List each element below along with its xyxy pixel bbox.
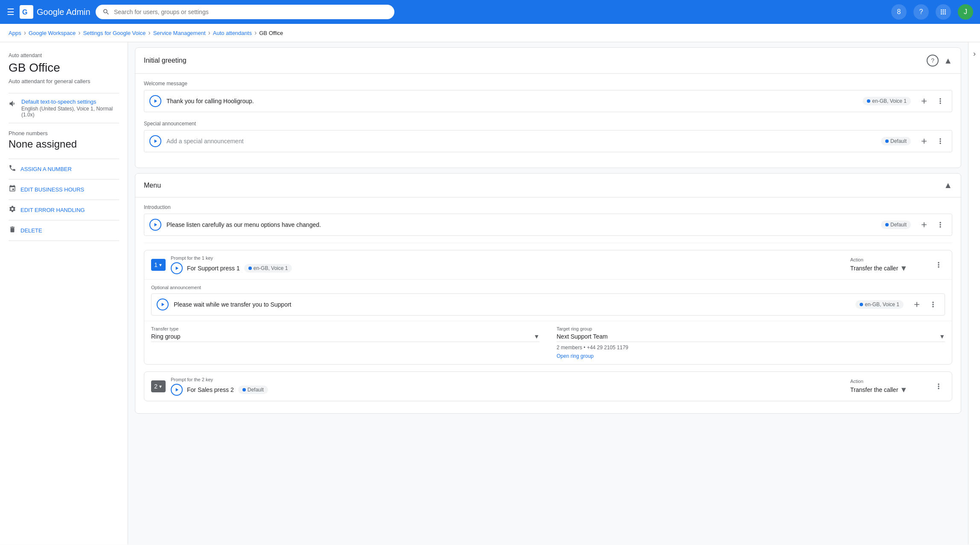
- tts-icon: [9, 99, 17, 110]
- delete-button[interactable]: DELETE: [9, 220, 119, 241]
- chevron-right-icon: [971, 51, 978, 58]
- key-1-voice-badge: en-GB, Voice 1: [244, 264, 292, 272]
- welcome-play-button[interactable]: [149, 95, 161, 107]
- key-1-play-button[interactable]: [171, 262, 183, 274]
- phone-numbers-section: Phone numbers None assigned: [9, 130, 119, 150]
- phone-numbers-value: None assigned: [9, 138, 119, 150]
- volume-icon: [9, 99, 17, 108]
- initial-greeting-header: Initial greeting ? ▲: [135, 48, 961, 74]
- target-ring-group-value: Next Support Team: [557, 333, 936, 340]
- intro-voice-dot: [885, 223, 889, 226]
- target-ring-group-row[interactable]: Next Support Team ▼: [557, 333, 945, 342]
- optional-more-button[interactable]: [927, 298, 939, 311]
- ring-group-info: 2 members • +44 29 2105 1179: [557, 345, 945, 351]
- key-2-play-button[interactable]: [171, 384, 183, 396]
- intro-item: Introduction Please listen carefully as …: [144, 197, 952, 243]
- special-add-button[interactable]: [918, 135, 930, 148]
- apps-grid-icon[interactable]: [936, 4, 951, 20]
- intro-actions: [918, 218, 947, 231]
- key-2-more-button[interactable]: [932, 380, 945, 393]
- sidebar-title: GB Office: [9, 61, 119, 75]
- welcome-voice-badge: en-GB, Voice 1: [863, 97, 911, 105]
- intro-add-button[interactable]: [918, 218, 930, 231]
- breadcrumb-current: GB Office: [259, 30, 283, 36]
- help-number-button[interactable]: 8: [891, 4, 907, 20]
- target-ring-group-field: Target ring group Next Support Team ▼ 2 …: [557, 326, 945, 359]
- optional-add-button[interactable]: [910, 298, 923, 311]
- optional-voice-label: en-GB, Voice 1: [865, 301, 899, 307]
- app-name-label: Google Admin: [37, 7, 90, 17]
- breadcrumb-workspace[interactable]: Google Workspace: [29, 30, 76, 36]
- right-panel-toggle[interactable]: [968, 42, 980, 545]
- greeting-content: Welcome message Thank you for calling Ho…: [135, 74, 961, 168]
- google-admin-logo-icon: G: [20, 5, 33, 19]
- initial-greeting-section: Initial greeting ? ▲ Welcome message Tha…: [135, 47, 961, 168]
- special-more-button[interactable]: [934, 135, 947, 148]
- greeting-collapse-icon[interactable]: ▲: [944, 56, 952, 66]
- tts-label[interactable]: Default text-to-speech settings: [21, 99, 119, 105]
- transfer-section: Transfer type Ring group ▼ Target ring g…: [144, 321, 952, 364]
- menu-collapse-icon[interactable]: ▲: [944, 180, 952, 190]
- key-2-badge[interactable]: 2 ▼: [151, 380, 166, 392]
- svg-text:G: G: [22, 9, 27, 16]
- edit-error-handling-button[interactable]: EDIT ERROR HANDLING: [9, 200, 119, 220]
- key-2-action-col: Action Transfer the caller ▼: [850, 379, 927, 394]
- optional-announcement-item: Optional announcement Please wait while …: [144, 279, 952, 321]
- menu-section-header: Menu ▲: [135, 174, 961, 197]
- intro-text: Please listen carefully as our menu opti…: [166, 221, 876, 228]
- key-1-action-arrow: ▼: [900, 264, 907, 273]
- special-announcement-text[interactable]: Add a special announcement: [166, 138, 876, 145]
- tts-text: Default text-to-speech settings English …: [21, 99, 119, 118]
- grid-icon: [939, 8, 947, 16]
- key-1-more-button[interactable]: [932, 258, 945, 271]
- intro-play-button[interactable]: [149, 219, 161, 231]
- key-1-voice-label: en-GB, Voice 1: [254, 265, 288, 271]
- transfer-type-value: Ring group: [151, 333, 531, 340]
- target-ring-group-arrow: ▼: [939, 333, 945, 340]
- delete-label: DELETE: [20, 227, 42, 234]
- key-1-action-dropdown[interactable]: Transfer the caller ▼: [850, 264, 927, 273]
- welcome-more-button[interactable]: [934, 95, 947, 107]
- key-1-prompt-text: For Support press 1: [187, 265, 240, 272]
- special-play-button[interactable]: [149, 135, 161, 147]
- key-1-prompt: Prompt for the 1 key For Support press 1…: [171, 255, 845, 274]
- help-icon-button[interactable]: ?: [913, 4, 929, 20]
- key-2-dropdown-arrow: ▼: [158, 384, 163, 389]
- key-1-action-value: Transfer the caller: [850, 265, 898, 272]
- search-icon: [102, 8, 110, 16]
- assign-number-button[interactable]: ASSIGN A NUMBER: [9, 159, 119, 179]
- breadcrumb-service-management[interactable]: Service Management: [153, 30, 206, 36]
- menu-title: Menu: [144, 182, 161, 189]
- key-1-header: 1 ▼ Prompt for the 1 key For Support pre…: [144, 250, 952, 279]
- breadcrumb-sep-5: ›: [254, 29, 257, 37]
- menu-header-icons: ▲: [944, 180, 952, 190]
- welcome-add-button[interactable]: [918, 95, 930, 107]
- optional-play-button[interactable]: [157, 299, 169, 310]
- transfer-type-field: Transfer type Ring group ▼: [151, 326, 540, 359]
- main-layout: Auto attendant GB Office Auto attendant …: [0, 42, 980, 545]
- key-1-badge[interactable]: 1 ▼: [151, 259, 166, 271]
- special-actions: [918, 135, 947, 148]
- welcome-voice-label: en-GB, Voice 1: [872, 98, 907, 104]
- special-announcement-row: Add a special announcement Default: [144, 130, 952, 152]
- edit-business-hours-button[interactable]: EDIT BUSINESS HOURS: [9, 179, 119, 200]
- search-input[interactable]: [114, 9, 388, 15]
- greeting-help-icon[interactable]: ?: [927, 55, 939, 67]
- optional-voice-dot: [860, 303, 863, 306]
- menu-icon[interactable]: ☰: [7, 7, 15, 17]
- phone-numbers-label: Phone numbers: [9, 130, 119, 136]
- transfer-type-row[interactable]: Ring group ▼: [151, 333, 540, 342]
- key-2-action-dropdown[interactable]: Transfer the caller ▼: [850, 386, 927, 394]
- key-2-prompt-text: For Sales press 2: [187, 386, 234, 393]
- assign-phone-icon: [9, 164, 16, 172]
- user-avatar[interactable]: J: [958, 4, 973, 20]
- breadcrumb-voice-settings[interactable]: Settings for Google Voice: [83, 30, 146, 36]
- key-1-action-label: Action: [850, 257, 927, 262]
- search-bar[interactable]: [96, 5, 394, 19]
- breadcrumb-auto-attendants[interactable]: Auto attendants: [213, 30, 252, 36]
- phone-icon: [9, 164, 16, 174]
- intro-more-button[interactable]: [934, 218, 947, 231]
- open-ring-group-link[interactable]: Open ring group: [557, 353, 945, 359]
- breadcrumb-apps[interactable]: Apps: [9, 30, 21, 36]
- key-2-number: 2: [154, 383, 158, 390]
